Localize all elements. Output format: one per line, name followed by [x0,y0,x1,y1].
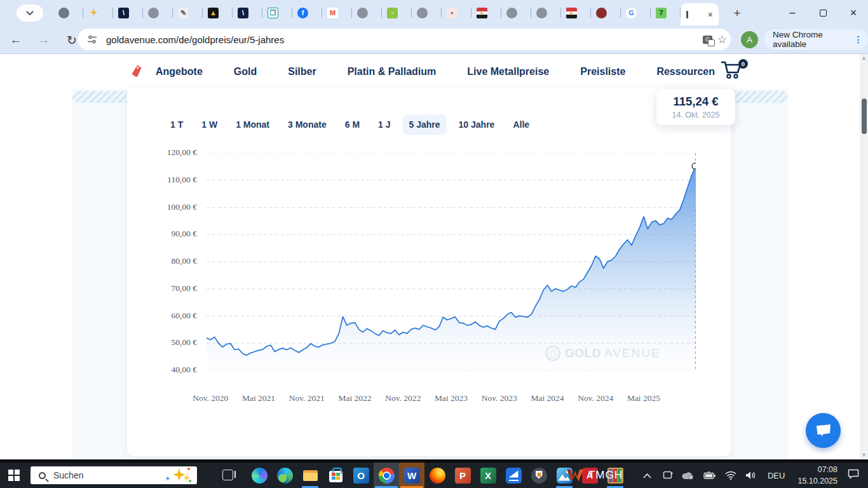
spark-tab-favicon: ✦ [88,8,99,18]
active-tab[interactable]: × [681,3,719,25]
bookmark-star-button[interactable]: ☆ [717,33,727,46]
globe-tab-favicon [58,8,69,18]
nav-item-platin-palladium[interactable]: Platin & Palladium [348,66,437,78]
taskbar-app-microsoft-store[interactable] [323,463,348,488]
taskbar-app-excel[interactable]: X [475,463,501,488]
collapsed-tab[interactable]: 7 [651,3,681,23]
taskbar-clock[interactable]: 07:08 15.10.2025 [797,464,837,487]
wifi-icon[interactable] [725,471,736,480]
browser-menu-icon[interactable]: ⋮ [853,34,863,44]
taskbar-search-box[interactable]: Suchen [31,466,197,484]
collapsed-tab[interactable]: \ [113,3,143,23]
gold-price-chart[interactable] [207,153,696,370]
collapsed-tab[interactable] [561,3,591,23]
url-text[interactable]: goldavenue.com/de/goldpreis/eur/5-jahres [106,34,698,45]
site-navbar: AngeboteGoldSilberPlatin & PalladiumLive… [72,54,788,89]
onedrive-icon[interactable] [682,471,695,480]
notification-icon [848,469,859,479]
battery-icon[interactable] [703,471,716,480]
nav-item-gold[interactable]: Gold [234,66,257,78]
agent-label: TMGH [588,469,623,482]
address-bar[interactable]: goldavenue.com/de/goldpreis/eur/5-jahres… [78,29,731,50]
start-button[interactable] [8,470,20,481]
tray-overflow-button[interactable] [643,471,651,480]
tooltip-price: 115,24 € [674,95,719,109]
nav-item-silber[interactable]: Silber [288,66,316,78]
range-button-10-jahre[interactable]: 10 Jahre [452,114,501,135]
collapsed-tab[interactable] [412,3,442,23]
site-settings-icon[interactable] [87,34,97,44]
window-close-button[interactable]: × [839,0,868,25]
collapsed-tab[interactable]: ✎ [173,3,203,23]
chevron-up-icon [643,473,651,478]
collapsed-tab[interactable]: ❐ [262,3,292,23]
range-button-1-w[interactable]: 1 W [195,114,224,135]
screen-cast-icon[interactable] [662,471,673,480]
new-tab-button[interactable]: + [728,4,746,22]
collapsed-tab[interactable] [531,3,561,23]
nav-item-ressourcen[interactable]: Ressourcen [656,66,715,78]
page-scrollbar[interactable]: ▲ ▼ [860,54,868,459]
taskbar-app-chrome[interactable] [374,463,399,488]
nav-item-live-metallpreise[interactable]: Live Metallpreise [467,66,549,78]
chat-widget-button[interactable] [806,413,841,448]
desktop-screen: ✦\✎▲\❐fM◦▪G7 × + – × ← → ↻ goldavenue.co… [0,0,868,488]
collapsed-tab[interactable] [53,3,83,23]
taskbar-app-privacy-browser[interactable] [526,463,552,488]
collapsed-tab[interactable]: M [322,3,352,23]
tooltip-date: 14. Okt. 2025 [672,111,719,119]
range-button-1-t[interactable]: 1 T [164,114,189,135]
task-view-button[interactable] [222,470,233,480]
cart-button[interactable]: 0 [721,60,749,83]
collapsed-tab[interactable] [352,3,382,23]
window-maximize-button[interactable] [808,0,837,25]
collapsed-tab[interactable] [471,3,501,23]
range-button-1-monat[interactable]: 1 Monat [229,114,276,135]
tab-close-icon[interactable]: × [708,10,713,19]
collapsed-tab[interactable] [591,3,621,23]
profile-avatar[interactable]: A [741,31,758,48]
clock-time: 07:08 [797,464,837,475]
collapsed-tab[interactable]: ▲ [203,3,233,23]
taskbar-app-edge[interactable] [272,463,297,488]
range-button-5-jahre[interactable]: 5 Jahre [403,114,447,135]
collapsed-tab[interactable]: \ [233,3,262,23]
scrollbar-thumb[interactable] [862,98,867,134]
update-chrome-button[interactable]: New Chrome available ⋮ [764,29,868,50]
y-axis-label: 40,00 € [146,365,197,375]
taskbar-app-word[interactable]: W [399,463,424,488]
scroll-down-arrow[interactable]: ▼ [860,451,868,459]
taskbar-app-firefox[interactable] [424,463,450,488]
range-button-3-monate[interactable]: 3 Monate [281,114,333,135]
collapsed-tab[interactable]: ◦ [382,3,412,23]
range-button-6-m[interactable]: 6 M [339,114,366,135]
collapsed-tab[interactable]: G [621,3,651,23]
volume-icon[interactable] [745,471,757,480]
nav-item-preisliste[interactable]: Preisliste [580,66,625,78]
collapsed-tab[interactable] [143,3,173,23]
edge-icon [277,468,293,484]
taskbar-app-file-explorer[interactable] [297,463,323,488]
back-button[interactable]: ← [6,30,25,50]
y-axis-label: 80,00 € [146,256,197,266]
taskbar-app-powerpoint[interactable]: P [450,463,475,488]
notification-center-button[interactable] [848,469,859,482]
forward-button[interactable]: → [34,30,53,50]
collapsed-tab[interactable]: ▪ [442,3,471,23]
language-indicator[interactable]: DEU [768,471,785,480]
taskbar-app-scanner[interactable] [501,463,526,488]
window-minimize-button[interactable]: – [778,0,807,25]
tab-search-button[interactable] [17,4,43,22]
nav-item-angebote[interactable]: Angebote [156,66,203,78]
range-button-alle[interactable]: Alle [506,114,536,135]
collapsed-tab[interactable] [501,3,531,23]
taskbar-app-outlook[interactable]: O [348,463,374,488]
translate-button[interactable]: G [698,36,717,44]
agent-indicator[interactable]: TMGH [567,469,623,482]
range-button-1-j[interactable]: 1 J [372,114,397,135]
powerpoint-icon: P [455,468,471,484]
taskbar-app-copilot[interactable] [247,463,272,488]
collapsed-tab[interactable]: ✦ [83,3,113,23]
scroll-up-arrow[interactable]: ▲ [860,54,868,62]
collapsed-tab[interactable]: f [292,3,322,23]
